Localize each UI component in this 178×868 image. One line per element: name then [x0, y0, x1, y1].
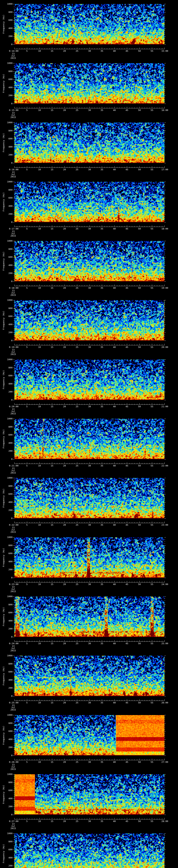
date-label: 2015: [6, 590, 20, 592]
y-tick-label: 1000: [5, 299, 12, 301]
y-tick-label: 600: [5, 374, 12, 377]
x-tick-label: 30: [86, 583, 93, 585]
x-end-time-label: 20:00: [158, 346, 172, 348]
y-tick-label: 600: [5, 789, 12, 792]
x-tick-label: 20: [61, 287, 68, 289]
y-tick-label: 1000: [5, 536, 12, 538]
x-tick-label: 50: [136, 405, 143, 408]
y-tick-label: 1000: [5, 3, 12, 5]
x-tick-label: 25: [73, 820, 81, 823]
y-tick-label: 0: [5, 813, 12, 816]
x-tick-label: 45: [123, 583, 130, 585]
x-tick-label: 35: [98, 50, 105, 52]
x-tick-label: 25: [73, 168, 81, 170]
x-tick-label: 15: [49, 642, 55, 645]
x-tick-label: 5: [24, 346, 30, 348]
x-tick-label: 20: [61, 346, 68, 348]
x-tick-label: 50: [136, 346, 143, 348]
x-tick-label: 45: [123, 405, 130, 408]
spectrogram-plot: [14, 360, 165, 400]
y-tick-label: 0: [5, 517, 12, 519]
x-tick-label: 40: [111, 524, 118, 526]
x-tick-label: 40: [111, 761, 118, 763]
spectrogram-panel: Frequency (Hz)10008006004002000510152025…: [0, 652, 178, 711]
spectrogram-plot: [14, 656, 165, 696]
x-tick-label: 20: [61, 227, 68, 230]
spectrogram-plot: [14, 300, 165, 341]
x-tick-label: 5: [24, 168, 30, 170]
x-tick-label: 5: [24, 761, 30, 763]
x-tick-label: 5: [24, 702, 30, 704]
y-tick-label: 400: [5, 146, 12, 148]
y-tick-label: 200: [5, 805, 12, 808]
x-end-time-label: 19:00: [158, 287, 172, 289]
x-end-time-label: 21:00: [158, 405, 172, 408]
x-start-time-label: 0:17:00: [7, 227, 21, 230]
x-tick-label: 45: [123, 820, 130, 823]
x-start-time-label: 0:26:00: [7, 761, 21, 763]
x-tick-label: 5: [24, 227, 30, 230]
x-tick-label: 55: [148, 820, 155, 823]
x-tick-label: 55: [148, 761, 155, 763]
spectrogram-plot: [14, 478, 165, 518]
y-tick-label: 1000: [5, 121, 12, 124]
x-tick-label: 55: [148, 109, 155, 111]
y-tick-label: 1000: [5, 181, 12, 183]
x-tick-label: 40: [111, 820, 118, 823]
y-tick-label: 200: [5, 450, 12, 452]
spectrogram-panel: Frequency (Hz)10008006004002000510152025…: [0, 296, 178, 355]
y-tick-label: 600: [5, 78, 12, 81]
x-tick-label: 55: [148, 465, 155, 467]
x-start-time-label: 0:19:00: [7, 346, 21, 348]
x-start-time-label: 0:16:00: [7, 168, 21, 170]
x-tick-label: 35: [98, 227, 105, 230]
x-end-time-label: 16:00: [158, 109, 172, 111]
y-tick-label: 200: [5, 687, 12, 689]
x-tick-label: 25: [73, 227, 81, 230]
y-tick-label: 400: [5, 797, 12, 800]
y-tick-label: 1000: [5, 595, 12, 597]
x-tick-label: 10: [36, 524, 43, 526]
y-tick-label: 200: [5, 627, 12, 630]
x-end-time-label: 27:00: [158, 761, 172, 763]
spectrogram-panel: Frequency (Hz)10008006004002000510152025…: [0, 711, 178, 770]
y-tick-label: 400: [5, 264, 12, 266]
x-tick-label: 35: [98, 465, 105, 467]
x-end-time-label: 23:00: [158, 524, 172, 526]
y-tick-label: 400: [5, 86, 12, 89]
spectrogram-panel: Frequency (Hz)10008006004002000510152025…: [0, 237, 178, 296]
y-tick-label: 200: [5, 213, 12, 215]
y-tick-label: 0: [5, 636, 12, 638]
x-tick-label: 40: [111, 346, 118, 348]
y-tick-label: 0: [5, 102, 12, 105]
x-tick-label: 45: [123, 109, 130, 111]
x-tick-label: 30: [86, 50, 93, 52]
spectrogram-plot: [14, 833, 165, 868]
y-tick-label: 1000: [5, 358, 12, 361]
x-tick-label: 45: [123, 50, 130, 52]
x-tick-label: 50: [136, 287, 143, 289]
y-tick-label: 600: [5, 434, 12, 436]
x-tick-label: 5: [24, 109, 30, 111]
x-tick-label: 50: [136, 820, 143, 823]
x-tick-label: 35: [98, 702, 105, 704]
x-tick-label: 10: [36, 50, 43, 52]
spectrogram-plot: [14, 419, 165, 459]
y-tick-label: 400: [5, 205, 12, 207]
x-tick-label: 45: [123, 227, 130, 230]
y-tick-label: 800: [5, 781, 12, 783]
x-start-time-label: 0:25:00: [7, 702, 21, 704]
x-end-time-label: 24:00: [158, 583, 172, 585]
x-tick-label: 55: [148, 524, 155, 526]
spectrogram-panel: Frequency (Hz)10008006004002000510152025…: [0, 415, 178, 474]
x-tick-label: 30: [86, 227, 93, 230]
y-tick-label: 400: [5, 620, 12, 622]
x-tick-label: 10: [36, 109, 43, 111]
y-tick-label: 0: [5, 458, 12, 460]
x-tick-label: 10: [36, 761, 43, 763]
x-tick-label: 40: [111, 287, 118, 289]
date-label: 2015: [6, 531, 20, 533]
x-tick-label: 25: [73, 761, 81, 763]
x-tick-label: 30: [86, 524, 93, 526]
y-tick-label: 800: [5, 485, 12, 487]
